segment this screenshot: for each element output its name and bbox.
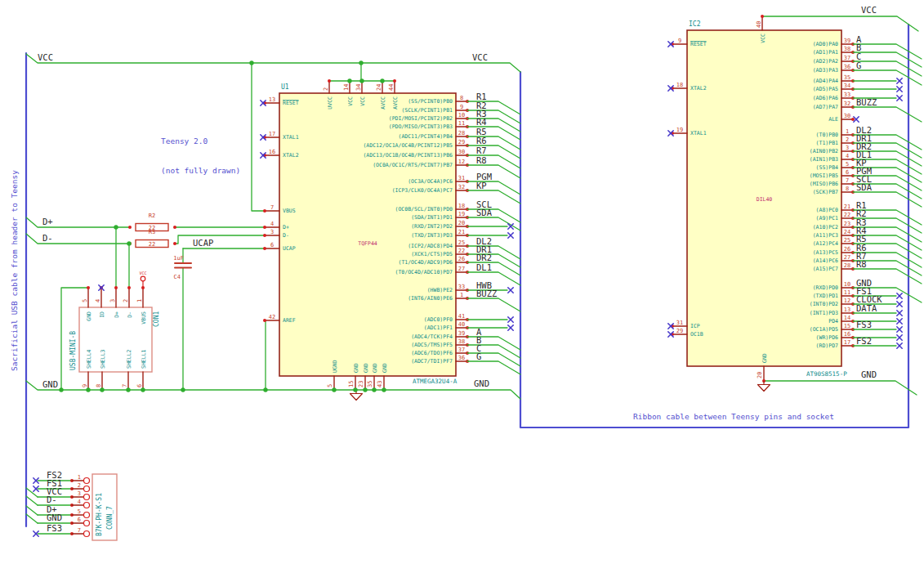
schematic-text: (INT6/AIN0)PE6: [408, 295, 453, 302]
schematic-text: 11: [458, 120, 465, 127]
schematic-text: 30: [844, 113, 850, 119]
schematic-text: G: [856, 60, 861, 70]
schematic-text: 28: [458, 130, 465, 137]
schematic-text: D-: [127, 311, 133, 318]
resistor-r3[interactable]: R322: [128, 229, 176, 248]
schematic-text: R4: [476, 117, 487, 127]
schematic-text: 3: [109, 299, 116, 302]
capacitor-c4[interactable]: 1uFC4: [173, 255, 191, 281]
schematic-text: 36: [844, 64, 850, 70]
schematic-text: 5: [82, 299, 88, 302]
schematic-text: 21: [458, 229, 465, 235]
schematic-text: XTAL1: [283, 134, 299, 141]
schematic-text: 25: [458, 239, 465, 246]
schematic-text: (SS/PCINT0)PB0: [408, 98, 453, 105]
schematic-text: 17: [269, 131, 275, 137]
usb-cable-note: Sacrificial USB cable from header to Tee…: [10, 164, 20, 377]
schematic-text: (OC0B/SCL/INT0)PD0: [395, 206, 453, 213]
schematic-text: UGND: [332, 360, 338, 373]
schematic-text: (AD3)PA3: [813, 67, 838, 74]
schematic-text: R7: [476, 145, 487, 155]
schematic-canvas: U1ATMEGA32U4-ATQFP4413RESET17XTAL116XTAL…: [0, 0, 924, 564]
schematic-text: 24: [844, 229, 850, 235]
schematic-text: (A8)PC0: [816, 207, 838, 213]
schematic-text: (SDA/INT1)PD1: [411, 214, 453, 221]
schematic-text: 21: [844, 204, 850, 210]
schematic-page: U1ATMEGA32U4-ATQFP4413RESET17XTAL116XTAL…: [0, 0, 924, 564]
connector-conn7-header[interactable]: B7K-PH-K-S1CONN_7FS21FS12VCC3D-4D+5GND6F…: [26, 470, 117, 540]
schematic-text: R8: [856, 259, 867, 269]
schematic-text: ICP: [690, 323, 700, 329]
schematic-text: (A10)PC2: [813, 224, 838, 231]
schematic-text: VCC: [472, 52, 488, 62]
connector-con1-usb-mini-b[interactable]: CON1USB-MINI-B5GND4ID3D+2D-1VBUS9SHELL48…: [69, 285, 160, 390]
schematic-text: DL1: [476, 262, 492, 272]
schematic-text: 24: [376, 84, 382, 91]
schematic-text: (A11)PC3: [813, 232, 838, 239]
schematic-text: ALE: [828, 116, 838, 123]
schematic-text: GND: [861, 369, 877, 379]
schematic-text: (ICP3/CLK0/OC4A)PC7: [392, 187, 453, 194]
schematic-text: AVCC: [380, 96, 386, 110]
schematic-text: 22: [458, 248, 465, 254]
schematic-text: (AIN1)PB3: [810, 156, 838, 163]
schematic-text: D+: [283, 224, 289, 231]
schematic-text: KP: [476, 181, 487, 190]
schematic-text: 6: [136, 384, 143, 387]
schematic-text: RESET: [283, 100, 299, 106]
schematic-text: 2: [78, 482, 81, 489]
schematic-text: USB-MINI-B: [69, 331, 77, 370]
schematic-text: ID: [99, 311, 105, 318]
schematic-text: B7K-PH-K-S1: [96, 493, 103, 536]
schematic-text: GND: [47, 513, 62, 522]
schematic-text: 2: [123, 299, 129, 302]
schematic-text: XTAL1: [690, 130, 707, 137]
schematic-text: 11: [844, 289, 850, 296]
schematic-text: 27: [844, 254, 850, 261]
teensy-note-line1: Teensy 2.0: [161, 137, 240, 146]
schematic-text: 1uF: [173, 255, 184, 262]
schematic-text: (RXD/INT2)PD2: [411, 223, 453, 230]
ic-ic2-at90s8515[interactable]: IC2AT90S8515-PDIL409RESET18XTAL219XTAL13…: [668, 15, 922, 383]
schematic-text: 1: [460, 292, 463, 298]
schematic-text: 32: [458, 184, 465, 190]
schematic-text: U1: [281, 83, 289, 91]
schematic-text: SHELL4: [86, 349, 92, 369]
schematic-text: (XCK1/CTS)PD5: [411, 251, 453, 257]
schematic-text: VCC: [347, 96, 354, 106]
schematic-text: (SCLK/PCINT1)PB1: [401, 107, 453, 114]
schematic-text: 36: [458, 355, 465, 361]
schematic-text: 40: [458, 321, 465, 328]
schematic-text: D-: [42, 233, 53, 243]
schematic-text: GND: [761, 353, 768, 363]
schematic-text: D+: [114, 311, 120, 318]
schematic-text: 31: [458, 175, 465, 181]
schematic-text: 7: [270, 204, 274, 211]
schematic-text: (ADC0)PF0: [424, 316, 453, 323]
schematic-text: GND: [86, 311, 92, 321]
schematic-text: 7: [78, 527, 81, 534]
schematic-text: 9: [678, 38, 681, 44]
schematic-text: 37: [458, 347, 465, 353]
schematic-text: 23: [844, 221, 850, 227]
schematic-text: 7: [122, 384, 128, 387]
schematic-text: AREF: [283, 317, 296, 324]
schematic-text: TQFP44: [358, 240, 377, 247]
ribbon-cable-note: Ribbon cable between Teensy pins and soc…: [611, 412, 856, 422]
schematic-text: 8: [96, 384, 102, 387]
schematic-text: (HWB)PE2: [427, 287, 453, 293]
schematic-text: AT90S8515-P: [806, 370, 847, 378]
schematic-text: SDA: [856, 182, 873, 192]
schematic-text: (ADC1)PF1: [424, 325, 453, 331]
teensy-note: Teensy 2.0 (not fully drawn): [161, 117, 240, 195]
schematic-text: 6: [78, 517, 81, 523]
schematic-text: (INT0)PD2: [810, 301, 838, 307]
schematic-text: 5: [846, 161, 849, 168]
schematic-text: GND: [372, 363, 378, 373]
schematic-text: SHELL2: [126, 349, 132, 369]
schematic-text: R2: [149, 213, 155, 219]
schematic-text: R8: [476, 155, 487, 165]
ic-u1-atmega32u4[interactable]: U1ATMEGA32U4-ATQFP4413RESET17XTAL116XTAL…: [261, 79, 520, 390]
schematic-text: 5: [78, 508, 81, 515]
schematic-text: SHELL3: [100, 349, 106, 369]
